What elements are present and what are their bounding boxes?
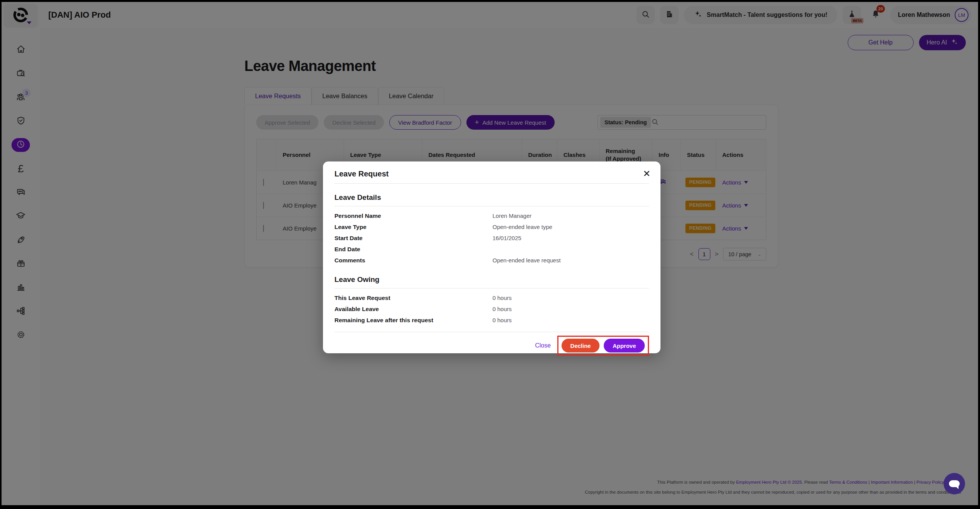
close-button[interactable]: Close	[535, 342, 551, 349]
field-value: Loren Manager	[492, 212, 649, 219]
field-label: Start Date	[334, 235, 492, 242]
leave-owing-heading: Leave Owing	[334, 275, 649, 284]
field-label: Remaining Leave after this request	[334, 317, 492, 324]
field-value: 0 hours	[492, 317, 649, 323]
leave-request-modal: Leave Request ✕ Leave Details Personnel …	[323, 161, 660, 353]
modal-title: Leave Request	[334, 170, 649, 178]
leave-details-fields: Personnel NameLoren Manager Leave TypeOp…	[334, 210, 649, 266]
field-label: This Leave Request	[334, 295, 492, 301]
field-label: End Date	[334, 246, 492, 253]
field-label: Comments	[334, 257, 492, 264]
chat-launcher-button[interactable]	[944, 473, 965, 494]
field-value: Open-ended leave type	[492, 224, 649, 230]
annotation-highlight-box: Decline Approve	[557, 336, 649, 356]
approve-button[interactable]: Approve	[604, 339, 645, 353]
close-icon[interactable]: ✕	[643, 168, 651, 179]
field-value: 16/01/2025	[492, 235, 649, 241]
field-value: 0 hours	[492, 295, 649, 301]
field-value: Open-ended leave request	[492, 257, 649, 264]
decline-button[interactable]: Decline	[562, 339, 600, 353]
field-label: Leave Type	[334, 224, 492, 231]
leave-owing-fields: This Leave Request0 hours Available Leav…	[334, 292, 649, 326]
chat-bubble-icon	[949, 480, 960, 487]
field-label: Personnel Name	[334, 212, 492, 219]
modal-footer: Close Decline Approve	[334, 336, 649, 356]
field-value: 0 hours	[492, 306, 649, 312]
leave-details-heading: Leave Details	[334, 193, 649, 202]
field-label: Available Leave	[334, 306, 492, 313]
app-window: [DAN] AIO Prod SmartMatch - Talent sugge…	[2, 2, 978, 505]
